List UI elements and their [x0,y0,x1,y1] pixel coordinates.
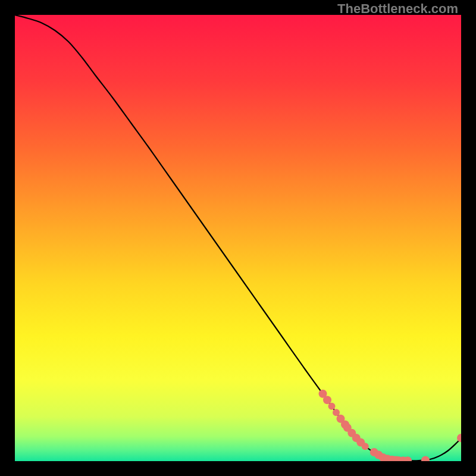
marker-point [457,434,461,442]
marker-point [362,443,369,450]
bottleneck-curve [15,15,461,461]
marker-point [333,409,340,416]
marker-point [323,396,331,404]
chart-stage: TheBottleneck.com [0,0,476,476]
marker-point [421,456,430,462]
curve-layer [15,15,461,461]
plot-area [15,15,461,461]
watermark-text: TheBottleneck.com [337,1,458,17]
marker-point [328,403,336,410]
highlight-markers [319,390,462,461]
